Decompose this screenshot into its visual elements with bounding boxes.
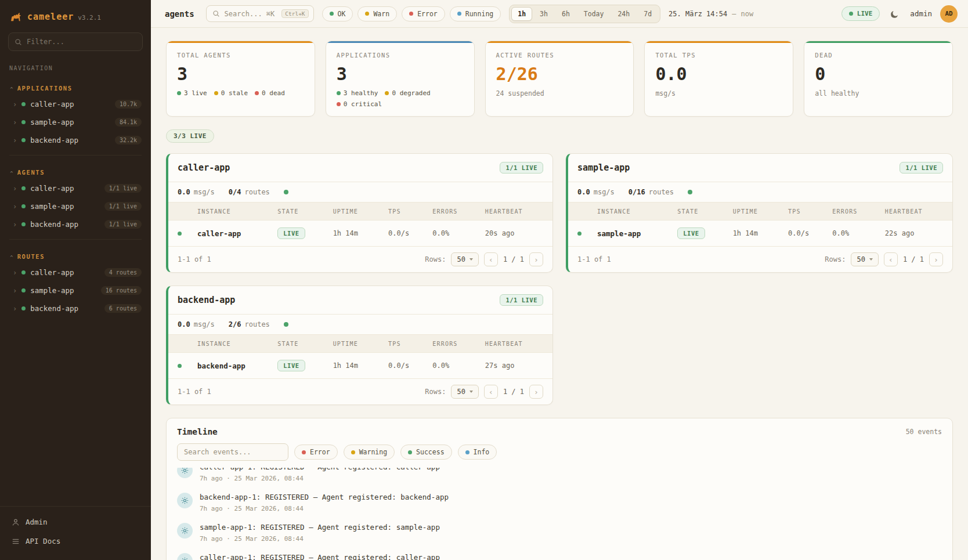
status-dot xyxy=(408,450,412,454)
sidebar-section-routes[interactable]: › ROUTES xyxy=(0,245,151,263)
sidebar-item-agent-backend-app[interactable]: › backend-app 1/1 live xyxy=(0,215,151,233)
time-range-display[interactable]: 25. März 14:54 — now xyxy=(669,10,753,18)
next-page-button[interactable]: › xyxy=(929,252,943,266)
sidebar-item-sample-app[interactable]: › sample-app 84.1k xyxy=(0,113,151,131)
rows-per-page-select[interactable]: 50 xyxy=(851,252,878,266)
timeline-filter-warning[interactable]: Warning xyxy=(344,445,395,460)
tps-value: 0.0 xyxy=(178,188,190,196)
table-footer: 1-1 of 1 Rows: 50 ‹ 1 / 1 › xyxy=(168,378,552,404)
chevron-down-icon xyxy=(469,258,473,261)
time-range-1h[interactable]: 1h xyxy=(511,7,532,21)
timeline-events-list[interactable]: caller-app-1: REGISTERED — Agent registe… xyxy=(167,468,952,560)
cell-tps: 0.0/s xyxy=(788,229,832,237)
row-range: 1-1 of 1 xyxy=(178,388,211,396)
timeline-event[interactable]: sample-app-1: REGISTERED — Agent registe… xyxy=(177,518,942,548)
live-summary-badge: 3/3 LIVE xyxy=(166,129,214,143)
timeline-event[interactable]: backend-app-1: REGISTERED — Agent regist… xyxy=(177,487,942,518)
sidebar-item-backend-app[interactable]: › backend-app 32.2k xyxy=(0,131,151,149)
live-dot xyxy=(849,12,853,16)
stat-card-total-tps: TOTAL TPS 0.0 msg/s xyxy=(644,41,793,117)
tps-unit: msg/s xyxy=(194,188,215,196)
prev-page-button[interactable]: ‹ xyxy=(484,252,498,266)
next-page-button[interactable]: › xyxy=(529,385,543,399)
table-row[interactable]: backend-app LIVE 1h 14m 0.0/s 0.0% 27s a… xyxy=(168,353,552,378)
global-search: Ctrl+K xyxy=(206,5,314,22)
sidebar-item-agent-caller-app[interactable]: › caller-app 1/1 live xyxy=(0,179,151,197)
stat-card-applications: APPLICATIONS 3 3 healthy 0 degraded 0 cr… xyxy=(326,41,475,117)
app-root: cameleer v3.2.1 NAVIGATION › APPLICATION… xyxy=(0,0,968,560)
filter-chip-error[interactable]: Error xyxy=(402,6,445,21)
time-range-7d[interactable]: 7d xyxy=(637,7,658,21)
timeline-filter-info[interactable]: Info xyxy=(458,445,497,460)
sidebar-item-routes-backend-app[interactable]: › backend-app 6 routes xyxy=(0,299,151,317)
sidebar-item-agent-sample-app[interactable]: › sample-app 1/1 live xyxy=(0,197,151,215)
prev-page-button[interactable]: ‹ xyxy=(484,385,498,399)
cell-instance: sample-app xyxy=(597,229,677,238)
event-gear-icon xyxy=(177,493,193,508)
sidebar-item-caller-app[interactable]: › caller-app 10.7k xyxy=(0,95,151,113)
chevron-right-icon: › xyxy=(13,269,17,277)
sidebar-item-routes-caller-app[interactable]: › caller-app 4 routes xyxy=(0,263,151,281)
search-icon xyxy=(212,10,220,17)
content: agents Ctrl+K OK Warn Error Running 1h 3… xyxy=(151,0,968,560)
cell-uptime: 1h 14m xyxy=(333,362,388,370)
next-page-button[interactable]: › xyxy=(529,252,543,266)
brand-version: v3.2.1 xyxy=(78,14,101,21)
sidebar-item-badge: 10.7k xyxy=(115,100,142,109)
sidebar-filter-input[interactable] xyxy=(27,38,136,46)
row-range: 1-1 of 1 xyxy=(178,255,211,263)
timeline-event[interactable]: caller-app-1: REGISTERED — Agent registe… xyxy=(177,548,942,560)
sidebar-section-title: ROUTES xyxy=(17,253,45,260)
sidebar-item-routes-sample-app[interactable]: › sample-app 16 routes xyxy=(0,281,151,299)
column-state: STATE xyxy=(677,208,732,215)
sidebar-section-applications[interactable]: › APPLICATIONS xyxy=(0,77,151,95)
time-range-6h[interactable]: 6h xyxy=(555,7,576,21)
sidebar-item-label: caller-app xyxy=(30,184,74,193)
timeline-title: Timeline xyxy=(177,427,218,436)
global-search-input[interactable] xyxy=(225,10,277,18)
column-tps: TPS xyxy=(388,208,432,215)
rows-per-page-select[interactable]: 50 xyxy=(451,252,478,266)
timeline-event[interactable]: caller-app-1: REGISTERED — Agent registe… xyxy=(177,468,942,487)
card-accent xyxy=(486,41,634,43)
status-dot xyxy=(351,450,355,454)
filter-chip-ok[interactable]: OK xyxy=(322,6,353,21)
sidebar-filter xyxy=(8,32,143,51)
sidebar-item-admin[interactable]: Admin xyxy=(0,512,151,532)
timeline-search-input[interactable] xyxy=(177,443,288,461)
tps-value: 0.0 xyxy=(178,320,190,328)
stat-title: APPLICATIONS xyxy=(337,52,464,59)
card-accent xyxy=(167,41,315,43)
state-badge: LIVE xyxy=(277,360,305,371)
filter-chip-running[interactable]: Running xyxy=(450,6,501,21)
topbar: agents Ctrl+K OK Warn Error Running 1h 3… xyxy=(151,0,968,28)
prev-page-button[interactable]: ‹ xyxy=(884,252,898,266)
timeline-card: Timeline 50 events Error Warning Success… xyxy=(166,418,953,560)
stat-title: ACTIVE ROUTES xyxy=(496,52,623,59)
chip-label: Warn xyxy=(373,10,389,18)
sidebar-section-agents[interactable]: › AGENTS xyxy=(0,161,151,179)
time-range-today[interactable]: Today xyxy=(577,7,611,21)
rows-per-page-select[interactable]: 50 xyxy=(451,385,478,399)
sidebar-item-label: backend-app xyxy=(30,304,78,313)
moon-icon xyxy=(890,9,900,19)
brand: cameleer v3.2.1 xyxy=(0,8,151,30)
sidebar-item-api-docs[interactable]: API Docs xyxy=(0,532,151,551)
camel-logo-icon xyxy=(9,12,23,22)
timeline-filter-error[interactable]: Error xyxy=(294,445,338,460)
timeline-filter-success[interactable]: Success xyxy=(400,445,452,460)
avatar[interactable]: AD xyxy=(940,5,958,23)
app-card-title: sample-app xyxy=(577,162,630,173)
table-row[interactable]: sample-app LIVE 1h 14m 0.0/s 0.0% 22s ag… xyxy=(568,221,952,246)
sidebar-item-badge: 1/1 live xyxy=(104,202,142,211)
keyboard-shortcut-badge: Ctrl+K xyxy=(281,9,308,18)
chip-label: Error xyxy=(310,448,330,456)
dark-mode-toggle[interactable] xyxy=(888,7,902,21)
filter-chip-warn[interactable]: Warn xyxy=(357,6,397,21)
sidebar-item-badge: 84.1k xyxy=(115,118,142,127)
time-range-3h[interactable]: 3h xyxy=(533,7,554,21)
live-badge: 1/1 LIVE xyxy=(500,294,543,306)
status-dot xyxy=(21,186,26,190)
time-range-24h[interactable]: 24h xyxy=(611,7,636,21)
table-row[interactable]: caller-app LIVE 1h 14m 0.0/s 0.0% 20s ag… xyxy=(168,221,552,246)
